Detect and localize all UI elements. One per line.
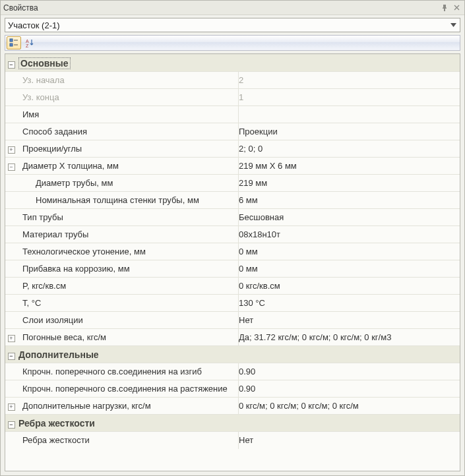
property-grid[interactable]: − Основные Уз. начала 2 Уз. конца 1 Имя … <box>5 53 460 471</box>
property-value[interactable]: Нет <box>239 312 460 329</box>
expand-toggle[interactable]: − <box>8 61 15 69</box>
panel-title: Свойства <box>3 3 38 13</box>
property-label: Тип трубы <box>17 209 239 226</box>
property-label: Имя <box>17 106 239 123</box>
toolbar: A Z <box>5 35 460 51</box>
titlebar: Свойства <box>1 1 464 15</box>
property-label: Слои изоляции <box>17 312 239 329</box>
property-label: Погонные веса, кгс/м <box>17 329 239 346</box>
property-label: P, кгс/кв.см <box>17 278 239 295</box>
svg-rect-0 <box>10 39 13 42</box>
expand-toggle[interactable]: − <box>8 353 15 360</box>
property-label: Кпрочн. поперечного св.соединения на изг… <box>17 363 239 380</box>
categorized-button[interactable] <box>7 36 21 49</box>
property-value[interactable]: 0 мм <box>239 260 460 278</box>
property-value[interactable]: Проекции <box>239 123 460 140</box>
property-label: Уз. конца <box>17 89 239 106</box>
property-value[interactable]: Бесшовная <box>239 209 460 226</box>
property-label: Материал трубы <box>17 226 239 243</box>
property-label: T, °C <box>17 295 239 312</box>
expand-toggle[interactable]: + <box>8 335 15 342</box>
property-value[interactable]: Нет <box>239 432 460 449</box>
property-label: Диаметр X толщина, мм <box>17 158 239 175</box>
pin-button[interactable] <box>439 3 450 13</box>
svg-text:A: A <box>26 39 29 44</box>
property-label: Диаметр трубы, мм <box>17 175 239 192</box>
close-button[interactable] <box>451 3 462 13</box>
property-value[interactable]: 0 мм <box>239 243 460 260</box>
svg-rect-1 <box>10 44 13 46</box>
property-value[interactable]: 219 мм <box>239 175 460 192</box>
property-value[interactable]: 130 °C <box>239 295 460 312</box>
property-label: Номинальная толщина стенки трубы, мм <box>17 192 239 209</box>
property-value[interactable] <box>239 106 460 123</box>
property-label: Уз. начала <box>17 72 239 89</box>
property-label: Дополнительные нагрузки, кгс/м <box>17 398 239 415</box>
expand-toggle[interactable]: + <box>8 403 15 411</box>
property-value[interactable]: 0 кгс/м; 0 кгс/м; 0 кгс/м; 0 кгс/м <box>239 398 460 415</box>
category-label: Основные <box>18 57 71 69</box>
property-value[interactable]: 0 кгс/кв.см <box>239 278 460 295</box>
property-value[interactable]: 1 <box>239 89 460 106</box>
property-label: Ребра жесткости <box>17 432 239 449</box>
expand-toggle[interactable]: + <box>8 146 15 154</box>
property-value[interactable]: 0.90 <box>239 363 460 380</box>
alphabetical-button[interactable]: A Z <box>22 36 37 49</box>
property-label: Прибавка на коррозию, мм <box>17 260 239 278</box>
property-label: Кпрочн. поперечного св.соединения на рас… <box>17 380 239 398</box>
chevron-down-icon <box>448 20 458 30</box>
property-label: Технологическое утонение, мм <box>17 243 239 260</box>
property-value[interactable]: 6 мм <box>239 192 460 209</box>
property-value[interactable]: 219 мм X 6 мм <box>239 158 460 175</box>
property-label: Проекции/углы <box>17 140 239 158</box>
object-selector[interactable]: Участок (2-1) <box>5 18 460 32</box>
object-selector-value: Участок (2-1) <box>8 20 60 30</box>
property-value[interactable]: Да; 31.72 кгс/м; 0 кгс/м; 0 кгс/м; 0 кг/… <box>239 329 460 346</box>
category-label: Ребра жесткости <box>18 418 95 429</box>
expand-toggle[interactable]: − <box>8 164 15 171</box>
property-value[interactable]: 0.90 <box>239 380 460 398</box>
property-value[interactable]: 2 <box>239 72 460 89</box>
property-label: Способ задания <box>17 123 239 140</box>
category-label: Дополнительные <box>18 349 99 360</box>
expand-toggle[interactable]: − <box>8 421 15 429</box>
property-value[interactable]: 08х18н10т <box>239 226 460 243</box>
svg-text:Z: Z <box>26 44 29 47</box>
property-value[interactable]: 2; 0; 0 <box>239 140 460 158</box>
